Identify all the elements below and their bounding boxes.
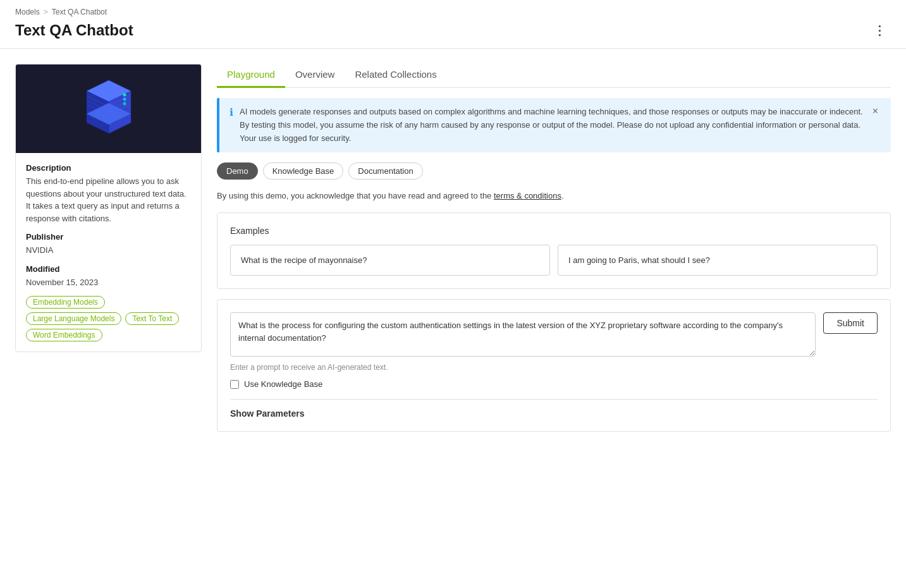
tab-related-collections[interactable]: Related Collections (345, 64, 446, 88)
tag-word-embeddings[interactable]: Word Embeddings (26, 329, 102, 341)
model-image (16, 64, 201, 153)
tab-playground[interactable]: Playground (217, 64, 285, 88)
left-panel: Description This end-to-end pipeline all… (15, 64, 202, 352)
description-label: Description (26, 163, 191, 173)
info-banner: ℹ AI models generate responses and outpu… (217, 98, 891, 152)
tab-overview[interactable]: Overview (285, 64, 345, 88)
info-close-icon[interactable]: × (870, 106, 881, 117)
breadcrumb-current: Text QA Chatbot (52, 8, 107, 16)
more-options-icon[interactable]: ⋮ (868, 20, 891, 40)
modified-value: November 15, 2023 (26, 276, 191, 289)
examples-label: Examples (230, 226, 878, 236)
svg-point-14 (123, 102, 126, 106)
example-1[interactable]: What is the recipe of mayonnaise? (230, 245, 550, 276)
prompt-textarea[interactable]: What is the process for configuring the … (230, 312, 816, 357)
info-banner-text: AI models generate responses and outputs… (240, 106, 864, 145)
main-tabs: Playground Overview Related Collections (217, 64, 891, 88)
svg-point-13 (123, 98, 126, 101)
input-hint: Enter a prompt to receive an AI-generate… (230, 363, 878, 372)
input-row: What is the process for configuring the … (230, 312, 878, 357)
breadcrumb-separator: > (44, 8, 48, 16)
consent-text: By using this demo, you acknowledge that… (217, 190, 891, 202)
show-parameters-button[interactable]: Show Parameters (230, 408, 878, 419)
description-text: This end-to-end pipeline allows you to a… (26, 175, 191, 224)
breadcrumb-parent[interactable]: Models (15, 8, 40, 16)
sub-tab-documentation[interactable]: Documentation (348, 162, 422, 180)
breadcrumb: Models > Text QA Chatbot (15, 8, 891, 16)
svg-point-12 (123, 94, 126, 97)
page-title: Text QA Chatbot (15, 21, 133, 39)
sub-tab-demo[interactable]: Demo (217, 162, 258, 180)
tags-row: Embedding Models Large Language Models T… (26, 296, 191, 341)
info-icon: ℹ (230, 106, 233, 118)
modified-label: Modified (26, 264, 191, 274)
sub-tabs: Demo Knowledge Base Documentation (217, 162, 891, 180)
examples-grid: What is the recipe of mayonnaise? I am g… (230, 245, 878, 276)
input-card: What is the process for configuring the … (217, 299, 891, 432)
terms-link[interactable]: terms & conditions (494, 191, 561, 200)
submit-button[interactable]: Submit (823, 312, 878, 334)
use-knowledge-base-label[interactable]: Use Knowledge Base (244, 379, 322, 389)
use-knowledge-base-row: Use Knowledge Base (230, 379, 878, 389)
tag-embedding-models[interactable]: Embedding Models (26, 296, 105, 309)
tag-large-language-models[interactable]: Large Language Models (26, 312, 121, 325)
params-divider (230, 399, 878, 400)
examples-card: Examples What is the recipe of mayonnais… (217, 212, 891, 290)
example-2[interactable]: I am going to Paris, what should I see? (558, 245, 878, 276)
tag-text-to-text[interactable]: Text To Text (125, 312, 179, 325)
sub-tab-knowledge-base[interactable]: Knowledge Base (263, 162, 344, 180)
publisher-value: NVIDIA (26, 244, 191, 257)
right-panel: Playground Overview Related Collections … (217, 64, 891, 432)
publisher-label: Publisher (26, 232, 191, 242)
use-knowledge-base-checkbox[interactable] (230, 380, 239, 389)
